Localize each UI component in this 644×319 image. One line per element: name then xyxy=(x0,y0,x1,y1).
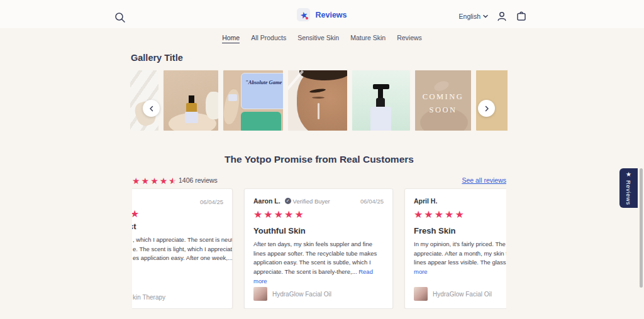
reviews-tab-label: Reviews xyxy=(625,180,632,205)
review-date: 06/04/25 xyxy=(200,198,223,205)
read-more-link[interactable]: more xyxy=(414,268,506,277)
review-text-line: lines appear less visible. The glass dro… xyxy=(414,258,506,268)
logo[interactable]: ★ Reviews xyxy=(0,8,644,21)
reviews-floating-tab[interactable]: ★ Reviews xyxy=(619,168,638,208)
review-text-line: e. The scent is light, which I appreciat… xyxy=(133,245,233,254)
gallery-tile-coming-soon[interactable]: COMING SOON xyxy=(415,70,471,131)
review-body: After ten days, my skin feels suppler an… xyxy=(253,240,384,286)
review-card[interactable]: April H. ★★★★★ Fresh Skin In my opinion,… xyxy=(404,188,506,309)
review-text-line: , which I appreciate. The scent is neutr… xyxy=(133,235,233,245)
cart-icon[interactable] xyxy=(516,11,527,22)
verified-buyer-badge: ✓ Verified Buyer xyxy=(285,198,330,205)
review-star-rating: ★★★★★ xyxy=(414,209,506,220)
nav-all-products[interactable]: All Products xyxy=(251,34,286,43)
see-all-reviews-link[interactable]: See all reviews xyxy=(462,176,506,184)
coming-soon-label: COMING SOON xyxy=(415,90,471,117)
gallery-tile-face-serum[interactable] xyxy=(288,70,347,131)
review-cards-carousel: 06/04/25 ★ ct , which I appreciate. The … xyxy=(132,188,506,309)
nav-sensitive-skin[interactable]: Sensitive Skin xyxy=(297,34,339,43)
review-card-partial[interactable]: 06/04/25 ★ ct , which I appreciate. The … xyxy=(132,188,233,309)
main-nav: Home All Products Sensitive Skin Mature … xyxy=(0,34,644,43)
star-icon: ★ xyxy=(132,208,139,220)
logo-star-icon: ★ xyxy=(297,8,310,21)
product-name[interactable]: HydraGlow Facial Oil xyxy=(433,291,492,298)
product-name-fragment[interactable]: kin Therapy xyxy=(133,294,165,301)
review-author: April H. xyxy=(414,197,437,205)
nav-reviews[interactable]: Reviews xyxy=(397,34,422,43)
product-name[interactable]: HydraGlow Facial Oil xyxy=(272,291,331,298)
review-title: Fresh Skin xyxy=(414,226,506,235)
reviews-count: 1406 reviews xyxy=(179,176,218,184)
gallery-tile-dropper-bottle[interactable] xyxy=(164,70,218,131)
product-thumbnail xyxy=(253,287,267,301)
gallery-tile-gua-sha[interactable] xyxy=(476,70,508,131)
review-title: Youthful Skin xyxy=(253,226,384,235)
gallery-title: Gallery Title xyxy=(131,53,183,63)
review-title-fragment: ct xyxy=(132,222,136,231)
review-text-line: es application easy. After one week,... xyxy=(133,254,233,263)
quote-text: "Absolute Game Changer" xyxy=(245,78,283,87)
gallery-tile-quote-collage[interactable]: "Absolute Game Changer" xyxy=(223,70,283,131)
review-text-line: In my opinion, it's fairly priced. The s… xyxy=(414,240,506,249)
chevron-right-icon xyxy=(484,105,490,112)
chevron-down-icon xyxy=(483,14,488,18)
verified-check-icon: ✓ xyxy=(285,198,291,204)
chevron-left-icon xyxy=(148,105,155,112)
review-star-rating: ★★★★★ xyxy=(253,209,384,220)
review-author: Aaron L. xyxy=(253,197,280,205)
logo-text: Reviews xyxy=(315,11,347,19)
review-card[interactable]: Aaron L. ✓ Verified Buyer 06/04/25 ★★★★★… xyxy=(244,188,393,309)
summary-star-rating: ★★★★★★ xyxy=(132,175,178,187)
header: ★ Reviews English xyxy=(0,0,644,28)
language-selector[interactable]: English xyxy=(459,13,488,20)
review-date: 06/04/25 xyxy=(360,198,384,205)
carousel-next-button[interactable] xyxy=(478,100,495,117)
product-thumbnail xyxy=(414,287,428,301)
gallery-tile-pump-bottle[interactable] xyxy=(352,70,410,131)
reviews-summary: ★★★★★★ 1406 reviews See all reviews xyxy=(132,175,506,185)
star-icon: ★ xyxy=(626,171,631,178)
carousel-prev-button[interactable] xyxy=(143,100,160,117)
language-label: English xyxy=(459,13,480,20)
nav-mature-skin[interactable]: Mature Skin xyxy=(350,34,386,43)
nav-home[interactable]: Home xyxy=(222,34,240,43)
gallery-carousel: "Absolute Game Changer" COMING SOON xyxy=(130,70,508,131)
reviews-heading: The Yotpo Promise from Real Customers xyxy=(132,154,506,165)
review-text-line: appreciate. After a month, my skin feels… xyxy=(414,249,506,259)
account-icon[interactable] xyxy=(496,11,508,22)
page-scrollbar[interactable] xyxy=(640,168,643,288)
